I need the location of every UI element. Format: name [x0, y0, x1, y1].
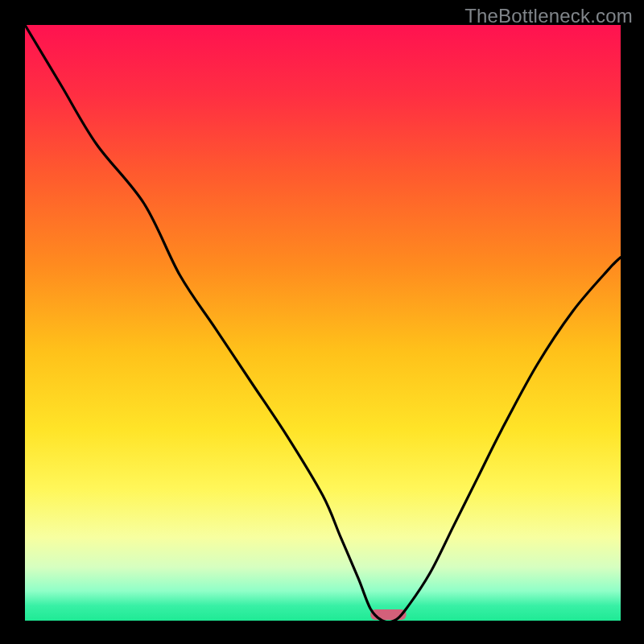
plot-background [25, 25, 621, 621]
watermark-text: TheBottleneck.com [464, 5, 633, 27]
bottleneck-chart [0, 0, 644, 644]
chart-frame: TheBottleneck.com [0, 0, 644, 644]
